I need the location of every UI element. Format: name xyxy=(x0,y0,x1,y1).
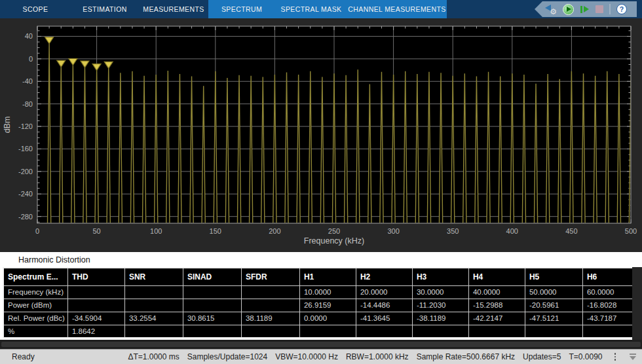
value-cell xyxy=(67,285,124,299)
table-header-cell[interactable]: SNR xyxy=(124,268,183,285)
play-icon xyxy=(567,7,571,12)
value-cell: 30.0000 xyxy=(412,285,468,299)
table-header-cell[interactable]: H1 xyxy=(299,268,356,285)
tab-measurements[interactable]: MEASUREMENTS xyxy=(139,0,208,18)
table-header-row: Spectrum E...THDSNRSINADSFDRH1H2H3H4H5H6 xyxy=(3,268,639,285)
help-button[interactable]: ? xyxy=(616,4,627,14)
svg-text:0: 0 xyxy=(35,227,39,235)
value-cell xyxy=(582,325,639,338)
svg-text:-280: -280 xyxy=(18,213,33,221)
value-cell: -41.3645 xyxy=(356,312,412,325)
table-header-cell[interactable]: SFDR xyxy=(241,268,299,285)
value-cell: -16.8028 xyxy=(582,299,639,312)
value-cell: 26.9159 xyxy=(299,299,356,312)
dock-panel-icon[interactable] xyxy=(629,354,637,360)
value-cell xyxy=(67,299,124,312)
step-triangle-icon xyxy=(584,6,589,12)
value-cell: -34.5904 xyxy=(67,312,124,325)
status-metrics: ΔT=1.0000 msSamples/Update=1024VBW=10.00… xyxy=(128,352,642,361)
svg-text:150: 150 xyxy=(210,227,221,235)
svg-text:350: 350 xyxy=(447,227,459,235)
kebab-menu-icon[interactable] xyxy=(614,353,616,361)
row-label-cell: Power (dBm) xyxy=(3,299,67,312)
tab-scope[interactable]: SCOPE xyxy=(0,0,71,18)
value-cell: 33.2554 xyxy=(124,312,183,325)
table-header-cell[interactable]: H2 xyxy=(356,268,412,285)
svg-text:450: 450 xyxy=(565,227,577,235)
harmonic-distortion-panel: Harmonic Distortion Spectrum E...THDSNRS… xyxy=(0,252,642,349)
value-cell xyxy=(299,325,356,338)
status-segment: Samples/Update=1024 xyxy=(187,352,267,361)
value-cell: -38.1189 xyxy=(412,312,468,325)
status-segment: Sample Rate=500.6667 kHz xyxy=(417,352,515,361)
value-cell xyxy=(241,299,299,312)
value-cell xyxy=(525,325,582,338)
value-cell: -47.5121 xyxy=(525,312,582,325)
svg-text:400: 400 xyxy=(506,227,518,235)
svg-text:-200: -200 xyxy=(18,168,33,175)
value-cell: -14.4486 xyxy=(356,299,412,312)
svg-text:40: 40 xyxy=(25,32,33,40)
tab-estimation[interactable]: ESTIMATION xyxy=(71,0,139,18)
value-cell xyxy=(183,285,241,299)
tabgroup-spectrum: SPECTRUM SPECTRAL MASK CHANNEL MEASUREME… xyxy=(208,0,447,18)
value-cell: -42.2147 xyxy=(468,312,525,325)
tab-spectrum[interactable]: SPECTRUM xyxy=(208,0,275,18)
spectrum-analyzer-window: SCOPE ESTIMATION MEASUREMENTS SPECTRUM S… xyxy=(0,0,642,364)
status-segments: ΔT=1.0000 msSamples/Update=1024VBW=10.00… xyxy=(128,352,602,361)
run-button[interactable] xyxy=(563,4,574,15)
value-cell xyxy=(241,325,299,338)
value-cell xyxy=(183,325,241,338)
step-forward-button[interactable] xyxy=(580,5,590,14)
tab-channel-measurements[interactable]: CHANNEL MEASUREMENTS xyxy=(347,0,447,18)
value-cell: 60.0000 xyxy=(582,285,639,299)
table-header-cell[interactable]: Spectrum E... xyxy=(3,268,67,285)
table-row: Power (dBm)26.9159-14.4486-11.2030-15.29… xyxy=(3,299,639,312)
horizontal-scrollbar[interactable] xyxy=(0,340,642,349)
status-segment: Updates=5 xyxy=(523,352,561,361)
table-header-cell[interactable]: H5 xyxy=(525,268,582,285)
table-header-cell[interactable]: H6 xyxy=(582,268,639,285)
svg-text:-160: -160 xyxy=(18,145,33,153)
value-cell xyxy=(124,299,183,312)
status-segment: VBW=10.0000 Hz xyxy=(275,352,338,361)
value-cell: 40.0000 xyxy=(468,285,525,299)
vertical-scrollbar-gutter[interactable] xyxy=(632,267,642,340)
svg-text:-40: -40 xyxy=(22,77,33,85)
value-cell xyxy=(356,325,412,338)
value-cell: 20.0000 xyxy=(356,285,412,299)
row-label-cell: % xyxy=(3,325,67,338)
simulation-settings-icon[interactable]: ⚙ xyxy=(545,3,557,15)
harmonic-distortion-table: Spectrum E...THDSNRSINADSFDRH1H2H3H4H5H6… xyxy=(3,267,640,338)
value-cell xyxy=(412,325,468,338)
value-cell xyxy=(241,285,299,299)
value-cell xyxy=(183,299,241,312)
svg-text:-240: -240 xyxy=(18,190,33,198)
value-cell xyxy=(124,285,183,299)
value-cell: 0.0000 xyxy=(299,312,356,325)
horizontal-scrollbar-thumb[interactable] xyxy=(1,342,641,347)
tab-spectral-mask[interactable]: SPECTRAL MASK xyxy=(275,0,347,18)
svg-text:Frequency (kHz): Frequency (kHz) xyxy=(304,236,364,246)
table-header-cell[interactable]: SINAD xyxy=(183,268,241,285)
value-cell: 30.8615 xyxy=(183,312,241,325)
table-header-cell[interactable]: H4 xyxy=(468,268,525,285)
table-row: Rel. Power (dBc)-34.590433.255430.861538… xyxy=(3,312,639,325)
svg-text:500: 500 xyxy=(625,227,637,235)
table-header-cell[interactable]: H3 xyxy=(412,268,468,285)
stop-button[interactable] xyxy=(595,5,603,13)
status-segment: T=0.0090 xyxy=(569,352,602,361)
value-cell xyxy=(468,325,525,338)
svg-text:100: 100 xyxy=(150,227,162,235)
svg-text:250: 250 xyxy=(328,227,340,235)
table-header-cell[interactable]: THD xyxy=(67,268,124,285)
simulation-controls: ⚙ ? xyxy=(535,1,637,17)
status-ready: Ready xyxy=(0,352,35,361)
toolbar-divider xyxy=(609,4,611,14)
row-label-cell: Frequency (kHz) xyxy=(3,285,67,299)
status-segment: RBW=1.0000 kHz xyxy=(346,352,409,361)
svg-text:50: 50 xyxy=(92,227,100,235)
svg-text:dBm: dBm xyxy=(3,117,12,134)
panel-title: Harmonic Distortion xyxy=(18,255,90,264)
tabgroup-left: SCOPE ESTIMATION MEASUREMENTS xyxy=(0,0,208,18)
